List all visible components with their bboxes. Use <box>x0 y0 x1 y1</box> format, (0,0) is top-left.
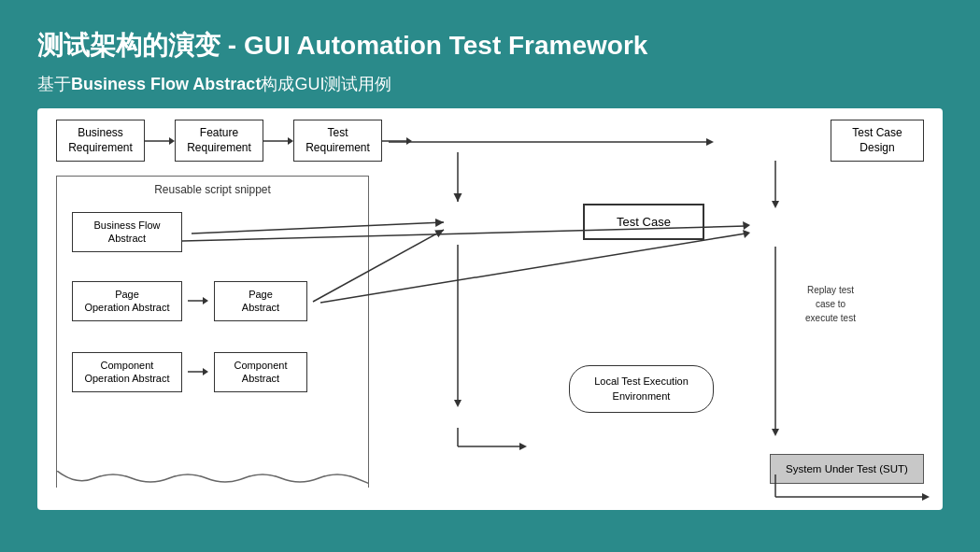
page-row: PageOperation Abstract PageAbstract <box>72 281 307 321</box>
svg-marker-9 <box>203 368 208 375</box>
diagram-container: BusinessRequirement FeatureRequirement T… <box>37 108 943 510</box>
arrow-page <box>188 295 208 306</box>
sut-box: System Under Test (SUT) <box>770 454 924 484</box>
flow-box-feature-req: FeatureRequirement <box>175 120 263 162</box>
reusable-label: Reusable script snippet <box>154 183 271 196</box>
replay-text: Replay testcase toexecute test <box>793 283 868 325</box>
sub-title-post: 构成GUI测试用例 <box>261 75 391 93</box>
svg-marker-17 <box>519 443 527 450</box>
svg-marker-14 <box>454 400 462 407</box>
sub-title: 基于Business Flow Abstract构成GUI测试用例 <box>37 73 943 95</box>
flow-box-test-req: TestRequirement <box>293 120 382 162</box>
arrow-3 <box>382 135 412 147</box>
slide: 测试架构的演变 - GUI Automation Test Framework … <box>0 0 980 552</box>
top-flow: BusinessRequirement FeatureRequirement T… <box>56 120 924 162</box>
flow-box-business-req: BusinessRequirement <box>56 120 145 162</box>
lower-area: Reusable script snippet Business FlowAbs… <box>56 176 924 497</box>
sub-title-bold: Business Flow Abstract <box>71 75 261 93</box>
svg-marker-7 <box>203 297 208 304</box>
script-snippet-box: Reusable script snippet Business FlowAbs… <box>56 176 369 488</box>
component-row: ComponentOperation Abstract ComponentAbs… <box>72 352 307 392</box>
svg-marker-5 <box>406 137 412 145</box>
arrow-2 <box>263 135 293 147</box>
main-title: 测试架构的演变 - GUI Automation Test Framework <box>37 28 943 64</box>
component-abstract-box: ComponentAbstract <box>214 352 307 392</box>
business-flow-row: Business FlowAbstract <box>72 212 182 252</box>
test-case-box: Test Case <box>583 204 704 240</box>
wave-decoration <box>57 471 368 488</box>
local-exec-box: Local Test ExecutionEnvironment <box>569 365 714 413</box>
component-operation-abstract-box: ComponentOperation Abstract <box>72 352 182 392</box>
business-flow-abstract-box: Business FlowAbstract <box>72 212 182 252</box>
right-section: Test Case Replay testcase toexecute test… <box>388 176 924 497</box>
arrow-component <box>188 366 208 377</box>
page-operation-abstract-box: PageOperation Abstract <box>72 281 182 321</box>
sub-title-pre: 基于 <box>37 75 71 93</box>
arrow-1 <box>145 135 175 147</box>
page-abstract-box: PageAbstract <box>214 281 307 321</box>
flow-box-test-case-design: Test CaseDesign <box>831 120 924 162</box>
